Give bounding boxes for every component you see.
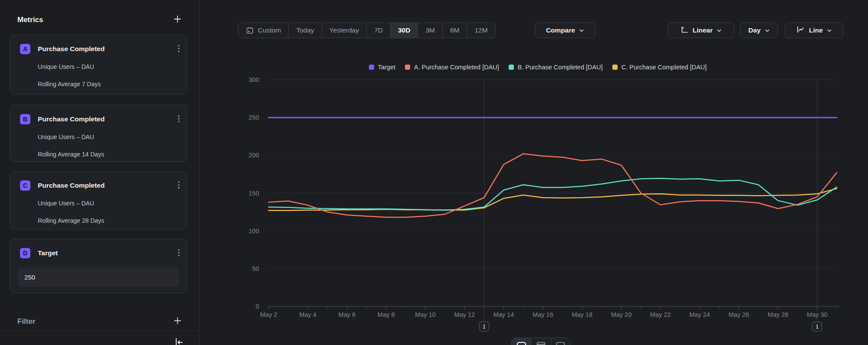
y-axis-label-300: 300: [249, 76, 259, 83]
x-axis-label-may-4: May 4: [299, 311, 317, 318]
y-axis-label-50: 50: [252, 265, 259, 272]
y-axis-label-150: 150: [249, 190, 259, 197]
x-axis-label-may-10: May 10: [415, 311, 436, 318]
line-chart: 050100150200250300May 2May 4May 6May 8Ma…: [0, 0, 868, 345]
x-axis-label-may-28: May 28: [768, 311, 789, 318]
series-line-a-purchase-completed-dau: [269, 154, 837, 218]
x-axis-label-may-18: May 18: [572, 311, 592, 318]
y-axis-label-100: 100: [249, 228, 259, 234]
x-axis-label-may-24: May 24: [689, 311, 710, 318]
table-view-icon: [536, 341, 546, 345]
view-toggle-table-view-button[interactable]: [531, 338, 550, 345]
x-axis-label-may-2: May 2: [260, 311, 277, 318]
series-line-b-purchase-completed-dau: [269, 179, 837, 210]
x-axis-label-may-14: May 14: [493, 311, 514, 318]
y-axis-label-200: 200: [249, 152, 259, 159]
x-axis-label-may-22: May 22: [650, 311, 671, 318]
x-axis-label-may-6: May 6: [339, 311, 356, 318]
x-axis-label-may-26: May 26: [729, 311, 750, 318]
metrics-dashboard: { "sidebar": { "metrics_title": "Metrics…: [0, 0, 868, 345]
view-toggle-chart-view-button[interactable]: [512, 338, 531, 345]
x-axis-label-may-16: May 16: [533, 311, 553, 318]
chart-view-icon: [516, 341, 526, 345]
series-line-c-purchase-completed-dau: [269, 189, 837, 211]
annotation-chip-1[interactable]: 1: [479, 322, 489, 332]
x-axis-label-may-8: May 8: [378, 311, 395, 318]
view-toggle-group: [511, 338, 571, 345]
x-axis-label-may-20: May 20: [611, 311, 632, 318]
y-axis-label-250: 250: [249, 114, 259, 121]
view-toggle-card-view-button[interactable]: [551, 338, 570, 345]
x-axis-label-may-30: May 30: [807, 311, 828, 318]
x-axis-label-may-12: May 12: [454, 311, 475, 318]
card-view-icon: [556, 341, 566, 345]
y-axis-label-0: 0: [256, 303, 259, 310]
annotation-chip-2[interactable]: 1: [812, 322, 822, 332]
